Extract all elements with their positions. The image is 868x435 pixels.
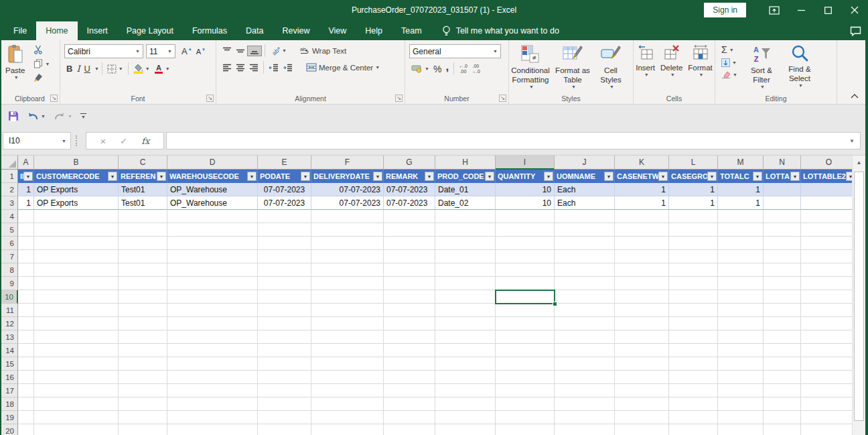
cell-M10[interactable] [718, 290, 764, 304]
cell-K4[interactable] [615, 210, 669, 223]
undo-button[interactable]: ▼ [24, 109, 48, 123]
header-cell-D1[interactable]: WAREHOUSECODE▼ [167, 170, 258, 183]
cell-N4[interactable] [764, 210, 801, 223]
cell-A13[interactable] [18, 330, 34, 344]
cell-N10[interactable] [764, 290, 801, 304]
filter-button-H[interactable]: ▼ [485, 172, 494, 181]
cell-K19[interactable] [615, 411, 669, 424]
cell-O7[interactable] [801, 250, 852, 263]
fill-color-button[interactable]: ▼ [131, 63, 152, 74]
bold-button[interactable]: B [64, 63, 74, 74]
cell-E16[interactable] [258, 371, 311, 384]
close-button[interactable] [841, 0, 868, 20]
cell-E10[interactable] [258, 290, 311, 304]
row-header-6[interactable]: 6 [0, 237, 18, 250]
cell-M18[interactable] [718, 397, 764, 411]
cell-N12[interactable] [764, 317, 801, 330]
cell-G14[interactable] [384, 344, 435, 357]
cell-H7[interactable] [435, 250, 496, 263]
cell-E15[interactable] [258, 357, 311, 371]
cell-L16[interactable] [669, 371, 718, 384]
cell-I18[interactable] [496, 397, 555, 411]
cell-H11[interactable] [435, 304, 496, 317]
bottom-align-button[interactable] [247, 46, 262, 56]
cell-D7[interactable] [167, 250, 258, 263]
header-cell-G1[interactable]: REMARK▼ [384, 170, 435, 183]
cell-G11[interactable] [384, 304, 435, 317]
cell-I5[interactable] [496, 223, 555, 237]
cell-H2[interactable]: Date_01 [435, 183, 496, 196]
cell-E11[interactable] [258, 304, 311, 317]
cell-M16[interactable] [718, 371, 764, 384]
cell-G13[interactable] [384, 330, 435, 344]
cell-M11[interactable] [718, 304, 764, 317]
redo-button[interactable]: ▼ [51, 109, 75, 123]
cell-B8[interactable] [34, 263, 119, 277]
header-cell-K1[interactable]: CASENETW▼ [615, 170, 669, 183]
header-cell-O1[interactable]: LOTTABLE2▼ [801, 170, 852, 183]
cell-B18[interactable] [34, 397, 119, 411]
select-all-corner[interactable] [0, 156, 18, 170]
header-cell-J1[interactable]: UOMNAME▼ [555, 170, 615, 183]
cell-N15[interactable] [764, 357, 801, 371]
cell-I14[interactable] [496, 344, 555, 357]
italic-button[interactable]: I [74, 63, 82, 74]
font-size-combo[interactable]: 11 ▼ [146, 44, 175, 58]
cell-C7[interactable] [119, 250, 167, 263]
cell-C10[interactable] [119, 290, 167, 304]
cell-M17[interactable] [718, 384, 764, 397]
cell-M15[interactable] [718, 357, 764, 371]
tab-formulas[interactable]: Formulas [183, 21, 236, 40]
cell-K13[interactable] [615, 330, 669, 344]
cell-J20[interactable] [555, 424, 615, 435]
cell-B14[interactable] [34, 344, 119, 357]
cell-F2[interactable]: 07-07-2023 [311, 183, 384, 196]
format-as-table-button[interactable]: Format as Table ▼ [552, 44, 593, 91]
copy-button[interactable]: ▼ [31, 58, 52, 69]
column-header-A[interactable]: A [18, 156, 34, 170]
cell-F11[interactable] [311, 304, 384, 317]
row-header-2[interactable]: 2 [0, 183, 18, 196]
cell-K18[interactable] [615, 397, 669, 411]
cell-M8[interactable] [718, 263, 764, 277]
cell-K2[interactable]: 1 [615, 183, 669, 196]
cell-J9[interactable] [555, 277, 615, 290]
collapse-ribbon-button[interactable] [851, 94, 859, 99]
header-cell-H1[interactable]: PROD_CODE▼ [435, 170, 496, 183]
cell-K7[interactable] [615, 250, 669, 263]
cell-C5[interactable] [119, 223, 167, 237]
cell-J16[interactable] [555, 371, 615, 384]
decrease-indent-button[interactable] [267, 63, 281, 72]
cell-L17[interactable] [669, 384, 718, 397]
cell-B20[interactable] [34, 424, 119, 435]
cell-O5[interactable] [801, 223, 852, 237]
header-cell-C1[interactable]: REFEREN▼ [119, 170, 167, 183]
cell-J19[interactable] [555, 411, 615, 424]
cell-L12[interactable] [669, 317, 718, 330]
cell-F16[interactable] [311, 371, 384, 384]
decrease-decimal-button[interactable]: .00→.0 [469, 63, 482, 74]
cell-N8[interactable] [764, 263, 801, 277]
column-header-G[interactable]: G [384, 156, 435, 170]
name-box[interactable]: I10 ▼ [3, 132, 71, 149]
cell-E14[interactable] [258, 344, 311, 357]
cell-F7[interactable] [311, 250, 384, 263]
cell-F3[interactable]: 07-07-2023 [311, 196, 384, 210]
cell-I6[interactable] [496, 237, 555, 250]
column-header-C[interactable]: C [119, 156, 167, 170]
cell-M13[interactable] [718, 330, 764, 344]
cell-I7[interactable] [496, 250, 555, 263]
cell-M5[interactable] [718, 223, 764, 237]
align-left-button[interactable] [220, 63, 234, 72]
cell-I9[interactable] [496, 277, 555, 290]
cell-N17[interactable] [764, 384, 801, 397]
column-header-O[interactable]: O [801, 156, 852, 170]
header-cell-A1[interactable]: ID▼ [18, 170, 34, 183]
cell-J6[interactable] [555, 237, 615, 250]
cell-B7[interactable] [34, 250, 119, 263]
cell-B17[interactable] [34, 384, 119, 397]
cell-E6[interactable] [258, 237, 311, 250]
cell-C20[interactable] [119, 424, 167, 435]
cell-B11[interactable] [34, 304, 119, 317]
cell-K11[interactable] [615, 304, 669, 317]
